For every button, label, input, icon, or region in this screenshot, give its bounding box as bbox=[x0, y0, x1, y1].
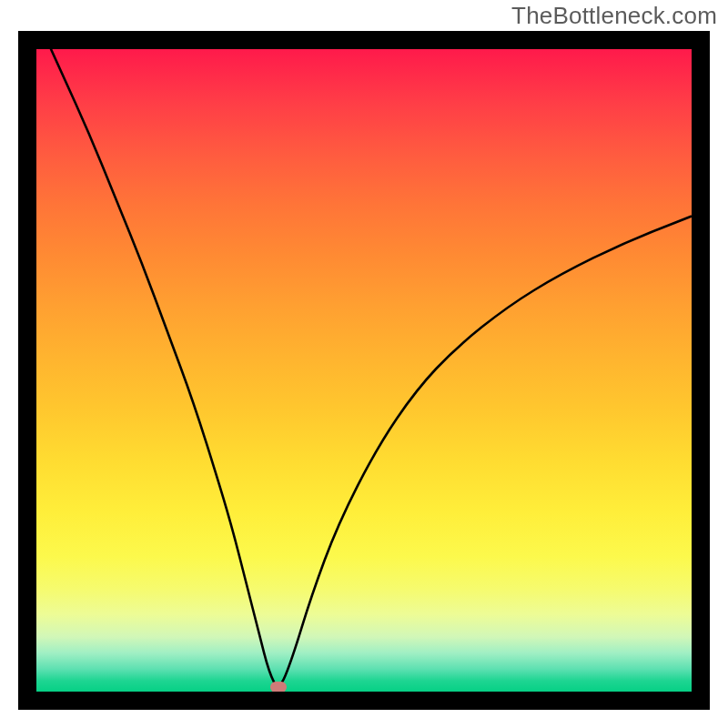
optimum-marker bbox=[270, 682, 287, 692]
chart-frame: TheBottleneck.com bbox=[0, 0, 728, 728]
plot-area bbox=[36, 49, 692, 692]
curve-svg bbox=[36, 49, 692, 692]
watermark-text: TheBottleneck.com bbox=[511, 2, 717, 30]
bottleneck-curve bbox=[36, 49, 692, 685]
